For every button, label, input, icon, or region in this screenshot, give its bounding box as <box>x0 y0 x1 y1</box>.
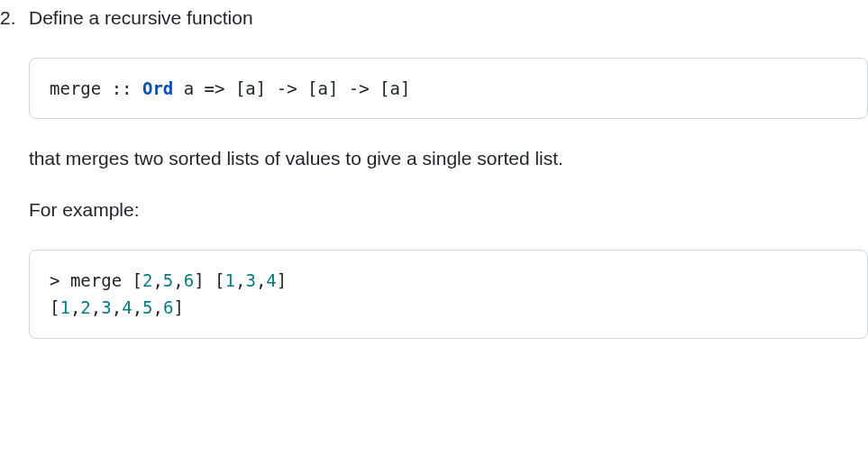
bracket-open: [ <box>50 297 59 317</box>
num: 2 <box>80 297 90 317</box>
question-content: Define a recursive function <box>29 4 868 32</box>
comma: , <box>153 297 163 317</box>
question-description: that merges two sorted lists of values t… <box>29 144 868 173</box>
double-colon: :: <box>112 78 142 98</box>
typeclass: Ord <box>142 78 173 98</box>
num: 6 <box>184 270 194 290</box>
num: 4 <box>122 297 132 317</box>
comma: , <box>235 270 245 290</box>
question-row: 2. Define a recursive function <box>0 0 868 32</box>
bracket-close: ] <box>173 297 183 317</box>
num: 5 <box>142 297 152 317</box>
num: 2 <box>142 270 152 290</box>
example-input-line: > merge [2,5,6] [1,3,4] <box>50 267 847 294</box>
num: 3 <box>101 297 111 317</box>
num: 1 <box>59 297 69 317</box>
num: 3 <box>245 270 255 290</box>
num: 6 <box>163 297 173 317</box>
num: 4 <box>266 270 276 290</box>
type-signature-block: merge :: Ord a => [a] -> [a] -> [a] <box>29 58 868 119</box>
type-rest: a => [a] -> [a] -> [a] <box>173 78 410 98</box>
question-intro: Define a recursive function <box>29 4 868 32</box>
bracket-sep: ] [ <box>194 270 224 290</box>
comma: , <box>112 297 122 317</box>
fn-name: merge <box>50 78 112 98</box>
type-signature-line: merge :: Ord a => [a] -> [a] -> [a] <box>50 75 847 102</box>
example-block: > merge [2,5,6] [1,3,4] [1,2,3,4,5,6] <box>29 250 868 339</box>
comma: , <box>70 297 80 317</box>
comma: , <box>91 297 101 317</box>
example-output-line: [1,2,3,4,5,6] <box>50 294 847 321</box>
num: 1 <box>225 270 235 290</box>
comma: , <box>256 270 266 290</box>
comma: , <box>132 297 142 317</box>
question-number: 2. <box>0 7 29 29</box>
comma: , <box>152 270 162 290</box>
repl-prompt: > merge [ <box>50 270 142 290</box>
example-label: For example: <box>29 196 868 224</box>
bracket-close: ] <box>277 270 287 290</box>
comma: , <box>173 270 183 290</box>
num: 5 <box>163 270 173 290</box>
